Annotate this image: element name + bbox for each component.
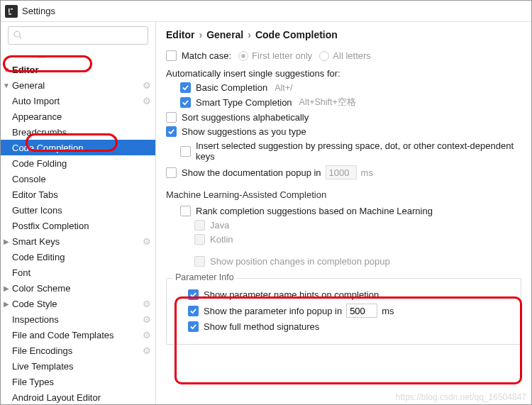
breadcrumb-item[interactable]: Editor <box>166 29 194 40</box>
tree-item-code-completion[interactable]: Code Completion <box>1 140 155 155</box>
gear-icon: ⚙ <box>143 299 151 309</box>
tree-item-appearance[interactable]: Appearance <box>1 109 155 124</box>
tree-label: Inspections <box>12 314 143 325</box>
tree-cutoff: ⋯ <box>1 50 155 62</box>
chevron-right-icon: ▶ <box>1 300 12 308</box>
tree-item-editor-tabs[interactable]: Editor Tabs <box>1 187 155 202</box>
tree-label: File Encodings <box>12 345 143 356</box>
label: Show the parameter info popup in <box>204 306 342 316</box>
parameter-info-group: Parameter Info Show parameter name hints… <box>166 278 521 345</box>
tree-label: Android Layout Editor <box>12 392 155 403</box>
gear-icon: ⚙ <box>143 236 151 247</box>
checkbox-ml-kotlin <box>194 234 205 245</box>
radio-first-letter-only[interactable] <box>238 51 248 61</box>
tree-label: Code Folding <box>12 158 155 169</box>
chevron-right-icon: › <box>248 29 251 40</box>
gear-icon: ⚙ <box>143 314 151 325</box>
breadcrumb-item[interactable]: General <box>206 29 243 40</box>
gear-icon: ⚙ <box>143 80 151 91</box>
unit-label: ms <box>382 306 394 316</box>
tree-label: Auto Import <box>12 96 143 106</box>
tree-item-general[interactable]: ▼ General ⚙ <box>1 77 155 93</box>
label: Show suggestions as you type <box>182 126 306 137</box>
tree-item-live-templates[interactable]: Live Templates <box>1 358 155 374</box>
checkbox-ml-show-changes <box>194 256 205 267</box>
checkbox-full-signatures[interactable] <box>188 321 199 332</box>
tree-item-code-style[interactable]: ▶Code Style⚙ <box>1 296 155 311</box>
label: Show full method signatures <box>204 321 319 332</box>
tree-item-editor[interactable]: ▼ Editor <box>1 62 155 77</box>
checkbox-match-case[interactable] <box>166 50 177 61</box>
label: Smart Type Completion <box>196 97 292 108</box>
svg-rect-2 <box>9 9 10 13</box>
radio-all-letters[interactable] <box>319 51 329 61</box>
window-title: Settings <box>22 6 55 16</box>
tree-item-file-code-templates[interactable]: File and Code Templates⚙ <box>1 327 155 343</box>
settings-main: Editor › General › Code Completion Match… <box>156 22 531 404</box>
label: Rank completion suggestions based on Mac… <box>196 206 433 216</box>
label: Match case: <box>182 50 231 61</box>
chevron-right-icon: ▶ <box>1 238 12 245</box>
ml-completion-group: Machine Learning-Assisted Completion Ran… <box>166 189 521 267</box>
tree-item-inspections[interactable]: Inspections⚙ <box>1 311 155 327</box>
label: Show parameter name hints on completion <box>204 289 379 300</box>
tree-item-code-editing[interactable]: Code Editing <box>1 249 155 265</box>
option-label: First letter only <box>252 50 312 61</box>
doc-delay-input[interactable] <box>326 165 357 179</box>
checkbox-show-as-you-type[interactable] <box>166 126 177 137</box>
chevron-down-icon: ▼ <box>1 82 12 89</box>
svg-rect-3 <box>11 9 13 10</box>
breadcrumb-item: Code Completion <box>255 29 338 40</box>
checkbox-smart-type-completion[interactable] <box>180 97 191 108</box>
tree-label: General <box>12 80 143 91</box>
tree-item-color-scheme[interactable]: ▶Color Scheme <box>1 280 155 296</box>
tree-item-auto-import[interactable]: Auto Import⚙ <box>1 93 155 109</box>
checkbox-param-popup[interactable] <box>188 306 199 316</box>
tree-item-console[interactable]: Console <box>1 171 155 187</box>
checkbox-show-doc-popup[interactable] <box>166 167 177 178</box>
tree-item-file-types[interactable]: File Types <box>1 374 155 389</box>
search-box[interactable] <box>8 26 148 45</box>
svg-rect-1 <box>9 13 11 15</box>
checkbox-basic-completion[interactable] <box>180 82 191 93</box>
tree-label: Code Editing <box>12 252 155 262</box>
tree-item-android-layout-editor[interactable]: Android Layout Editor <box>1 389 155 404</box>
tree-label: Breadcrumbs <box>12 127 155 138</box>
label: Basic Completion <box>196 82 267 93</box>
chevron-right-icon: ▶ <box>1 284 12 292</box>
group-legend: Parameter Info <box>172 272 237 282</box>
checkbox-insert-selected[interactable] <box>180 146 191 157</box>
chevron-right-icon: › <box>199 29 202 40</box>
tree-label: Live Templates <box>12 361 155 372</box>
tree-label: Appearance <box>12 111 155 122</box>
checkbox-sort-alpha[interactable] <box>166 112 177 123</box>
param-delay-input[interactable] <box>346 304 377 318</box>
tree-item-file-encodings[interactable]: File Encodings⚙ <box>1 343 155 358</box>
tree-item-smart-keys[interactable]: ▶Smart Keys⚙ <box>1 233 155 249</box>
label: Java <box>210 220 229 231</box>
tree-label: File Types <box>12 377 155 387</box>
tree-item-postfix-completion[interactable]: Postfix Completion <box>1 218 155 233</box>
gear-icon: ⚙ <box>143 345 151 356</box>
tree-label: Code Completion <box>12 143 155 153</box>
label: Sort suggestions alphabetically <box>182 112 309 123</box>
tree-label: Color Scheme <box>12 283 155 294</box>
settings-tree[interactable]: ⋯ ▼ Editor ▼ General ⚙ Auto Import⚙ Appe… <box>1 49 155 404</box>
tree-label: Font <box>12 267 155 278</box>
tree-item-code-folding[interactable]: Code Folding <box>1 155 155 171</box>
intellij-icon <box>5 5 18 18</box>
checkbox-ml-rank[interactable] <box>180 206 191 216</box>
tree-label: Smart Keys <box>12 236 143 247</box>
gear-icon: ⚙ <box>143 96 151 106</box>
tree-label: Editor <box>12 65 155 75</box>
tree-item-font[interactable]: Font <box>1 265 155 280</box>
tree-item-gutter-icons[interactable]: Gutter Icons <box>1 202 155 218</box>
group-legend: Machine Learning-Assisted Completion <box>166 189 521 200</box>
search-input[interactable] <box>26 30 148 42</box>
tree-label: File and Code Templates <box>12 330 143 340</box>
tree-label: Postfix Completion <box>12 221 155 231</box>
tree-item-breadcrumbs[interactable]: Breadcrumbs <box>1 124 155 140</box>
option-label: All letters <box>333 50 370 61</box>
settings-sidebar: ⋯ ▼ Editor ▼ General ⚙ Auto Import⚙ Appe… <box>1 22 156 404</box>
checkbox-param-hints[interactable] <box>188 289 199 300</box>
